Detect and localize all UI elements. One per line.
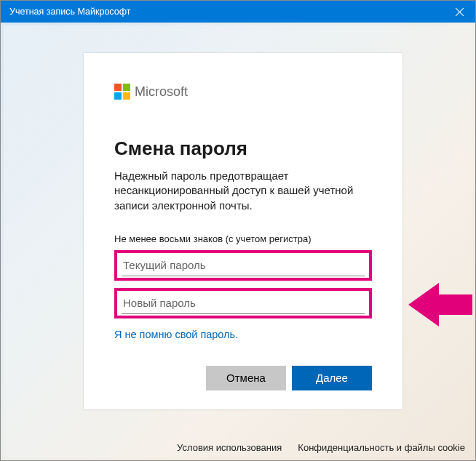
close-icon [456,8,464,16]
terms-link[interactable]: Условия использования [177,442,282,453]
change-password-card: Microsoft Смена пароля Надежный пароль п… [84,53,402,409]
password-hint: Не менее восьми знаков (с учетом регистр… [114,233,372,244]
cancel-button[interactable]: Отмена [206,366,286,390]
window-body: Microsoft Смена пароля Надежный пароль п… [1,23,475,460]
svg-marker-2 [408,283,472,326]
privacy-link[interactable]: Конфиденциальность и файлы cookie [298,442,465,453]
brand: Microsoft [114,84,372,100]
content-area: Microsoft Смена пароля Надежный пароль п… [4,25,472,457]
page-subtext: Надежный пароль предотвращает несанкцион… [114,169,372,213]
new-password-input[interactable] [122,294,365,314]
next-button[interactable]: Далее [292,366,372,390]
microsoft-logo-icon [114,84,130,100]
window: Учетная запись Майкрософт Microsoft Смен… [0,0,476,461]
current-password-input[interactable] [122,256,365,276]
brand-text: Microsoft [135,84,188,100]
footer-links: Условия использования Конфиденциальность… [177,442,465,453]
page-title: Смена пароля [114,137,372,160]
titlebar: Учетная запись Майкрософт [1,1,475,23]
new-password-highlight [114,288,372,318]
button-row: Отмена Далее [114,366,372,390]
annotation-arrow-icon [408,280,472,329]
current-password-highlight [114,250,372,281]
window-title: Учетная запись Майкрософт [9,7,130,17]
close-button[interactable] [443,1,475,23]
forgot-password-link[interactable]: Я не помню свой пароль. [114,329,238,340]
